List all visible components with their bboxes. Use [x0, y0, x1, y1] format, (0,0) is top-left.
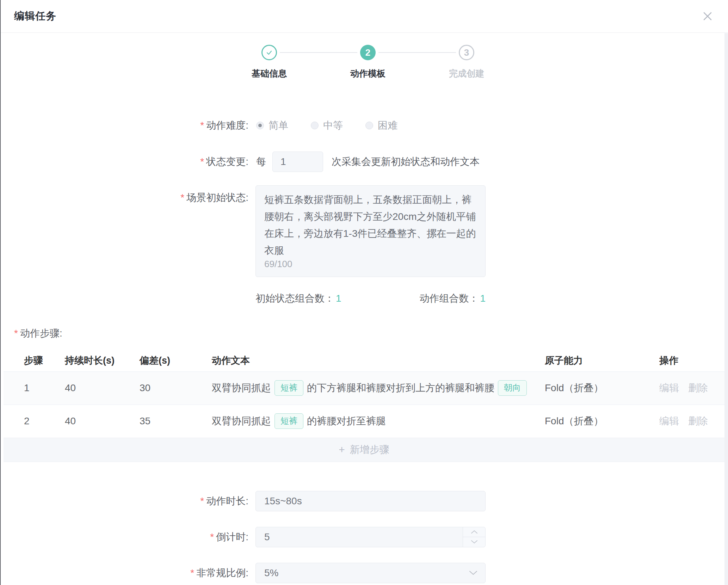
step-finish-create: 3 完成创建: [417, 45, 516, 79]
chevron-down-icon: [469, 571, 477, 575]
radio-hard[interactable]: 困难: [365, 119, 397, 132]
action-text-cell: 双臂协同抓起短裤的下方裤腿和裤腰对折到上方的裤腿和裤腰朝向: [211, 371, 544, 405]
col-duration: 持续时长(s): [64, 350, 139, 371]
duration-cell: 40: [64, 405, 139, 438]
difficulty-label: *动作难度:: [0, 119, 248, 132]
stepper-connector: [280, 52, 357, 53]
step-1-indicator: [261, 45, 277, 60]
required-marker: *: [190, 567, 194, 578]
unusual-ratio-select[interactable]: 5%: [255, 563, 486, 583]
duration-value: 15s~80s: [264, 495, 302, 507]
delete-link[interactable]: 删除: [688, 415, 708, 426]
required-marker: *: [200, 120, 204, 131]
unusual-ratio-value: 5%: [264, 567, 278, 579]
table-row: 2 40 35 双臂协同抓起短裤的裤腰对折至裤腿 Fold（折叠） 编辑删除: [4, 405, 724, 438]
operations-cell: 编辑删除: [659, 405, 724, 438]
wizard-stepper: 基础信息 2 动作模板 3 完成创建: [220, 45, 516, 79]
unusual-ratio-row: *非常规比例: 5%: [0, 563, 728, 583]
duration-row: *动作时长: 15s~80s: [0, 491, 728, 511]
action-combo-count: 动作组合数：1: [419, 292, 486, 305]
duration-label: *动作时长:: [0, 494, 248, 508]
action-combo-value: 1: [480, 293, 486, 304]
initial-state-row: *场景初始状态: 短裤五条数据背面朝上，五条数据正面朝上，裤腰朝右，离头部视野下…: [0, 185, 728, 277]
table-header-row: 步骤 持续时长(s) 偏差(s) 动作文本 原子能力 操作: [4, 350, 724, 371]
object-tag: 短裤: [274, 380, 303, 396]
countdown-input[interactable]: 5: [255, 527, 486, 547]
radio-simple-label: 简单: [269, 119, 288, 132]
step-3-label: 完成创建: [449, 68, 484, 79]
orientation-tag: 朝向: [498, 380, 527, 396]
state-change-row: *状态变更: 每 1 次采集会更新初始状态和动作文本: [0, 152, 728, 172]
delete-link[interactable]: 删除: [688, 382, 708, 393]
step-2-indicator: 2: [360, 45, 376, 60]
scrollbar-track[interactable]: [724, 33, 728, 585]
char-counter: 69/100: [264, 255, 292, 272]
operations-cell: 编辑删除: [659, 371, 724, 405]
initial-state-textarea[interactable]: 短裤五条数据背面朝上，五条数据正面朝上，裤腰朝右，离头部视野下方至少20cm之外…: [255, 185, 486, 277]
steps-table: 步骤 持续时长(s) 偏差(s) 动作文本 原子能力 操作 1 40 30 双臂…: [4, 350, 724, 438]
edit-link[interactable]: 编辑: [659, 382, 679, 393]
radio-medium[interactable]: 中等: [311, 119, 343, 132]
step-basic-info: 基础信息: [220, 45, 319, 79]
duration-cell: 40: [64, 371, 139, 405]
deviation-cell: 30: [139, 371, 211, 405]
action-text-segment: 双臂协同抓起: [212, 382, 271, 393]
action-text-cell: 双臂协同抓起短裤的裤腰对折至裤腿: [211, 405, 544, 438]
radio-circle-icon: [365, 122, 373, 129]
col-atomic-ability: 原子能力: [544, 350, 659, 371]
step-2-label: 动作模板: [350, 68, 385, 79]
countdown-label: *倒计时:: [0, 530, 248, 544]
required-marker: *: [200, 495, 204, 506]
close-button[interactable]: [701, 10, 714, 23]
window-left-edge: [0, 0, 1, 585]
difficulty-radio-group: 简单 中等 困难: [256, 119, 420, 132]
required-marker: *: [200, 156, 204, 167]
countdown-row: *倒计时: 5: [0, 527, 728, 547]
add-step-button[interactable]: + 新增步骤: [4, 438, 724, 462]
state-change-suffix: 次采集会更新初始状态和动作文本: [332, 155, 480, 168]
combo-counts-row: 初始状态组合数：1 动作组合数：1: [255, 292, 486, 304]
unusual-ratio-label: *非常规比例:: [0, 566, 248, 580]
required-marker: *: [210, 531, 214, 542]
increase-button[interactable]: [463, 527, 485, 537]
chevron-up-icon: [471, 530, 478, 534]
deviation-cell: 35: [139, 405, 211, 438]
chevron-down-icon: [471, 540, 478, 544]
decrease-button[interactable]: [463, 537, 485, 547]
check-icon: [265, 48, 273, 57]
step-cell: 1: [4, 371, 64, 405]
initial-state-combo-count: 初始状态组合数：1: [255, 292, 341, 305]
ability-cell: Fold（折叠）: [544, 405, 659, 438]
state-change-input[interactable]: 1: [272, 152, 323, 172]
initial-combo-value: 1: [336, 293, 341, 304]
col-action-text: 动作文本: [211, 350, 544, 371]
radio-circle-icon: [256, 122, 264, 129]
object-tag: 短裤: [274, 413, 303, 429]
state-change-label: *状态变更:: [0, 155, 248, 168]
close-icon: [702, 11, 713, 21]
step-1-label: 基础信息: [252, 68, 287, 79]
add-step-label: 新增步骤: [350, 443, 389, 456]
radio-simple[interactable]: 简单: [256, 119, 288, 132]
ability-cell: Fold（折叠）: [544, 371, 659, 405]
radio-hard-label: 困难: [378, 119, 397, 132]
edit-link[interactable]: 编辑: [659, 415, 679, 426]
radio-circle-icon: [311, 122, 319, 129]
step-3-indicator: 3: [459, 45, 474, 60]
dialog-title: 编辑任务: [14, 9, 56, 23]
radio-medium-label: 中等: [323, 119, 343, 132]
countdown-value: 5: [264, 531, 270, 543]
action-steps-label: *动作步骤:: [14, 326, 728, 340]
stepper-connector: [378, 52, 456, 53]
col-operations: 操作: [659, 350, 724, 371]
dialog-header: 编辑任务: [0, 0, 728, 33]
difficulty-row: *动作难度: 简单 中等 困难: [0, 118, 728, 133]
plus-icon: +: [339, 444, 345, 456]
col-deviation: 偏差(s): [139, 350, 211, 371]
number-stepper: [463, 527, 485, 547]
initial-state-label: *场景初始状态:: [0, 185, 248, 204]
step-cell: 2: [4, 405, 64, 438]
required-marker: *: [180, 192, 184, 203]
duration-input[interactable]: 15s~80s: [255, 491, 486, 511]
initial-state-text: 短裤五条数据背面朝上，五条数据正面朝上，裤腰朝右，离头部视野下方至少20cm之外…: [264, 194, 476, 256]
